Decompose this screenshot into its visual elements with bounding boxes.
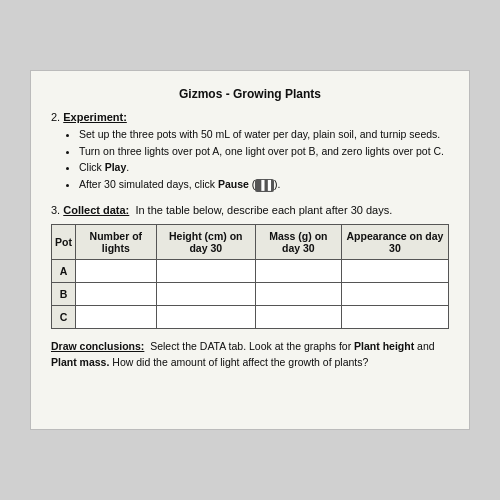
col-pot: Pot	[52, 225, 76, 260]
pot-a-label: A	[52, 260, 76, 283]
col-appearance: Appearance on day 30	[341, 225, 448, 260]
col-height: Height (cm) on day 30	[156, 225, 255, 260]
pot-c-height[interactable]	[156, 306, 255, 329]
pot-a-appearance[interactable]	[341, 260, 448, 283]
pot-c-mass[interactable]	[255, 306, 341, 329]
collect-label: 3. Collect data: In the table below, des…	[51, 204, 392, 216]
pause-icon: ▐▐	[255, 179, 274, 192]
table-row: B	[52, 283, 449, 306]
pot-c-label: C	[52, 306, 76, 329]
bullet-4: After 30 simulated days, click Pause (▐▐…	[79, 177, 449, 192]
pot-a-mass[interactable]	[255, 260, 341, 283]
draw-section: Draw conclusions: Select the DATA tab. L…	[51, 339, 449, 371]
page: Gizmos - Growing Plants 2. Experiment: S…	[30, 70, 470, 430]
experiment-bullets: Set up the three pots with 50 mL of wate…	[51, 127, 449, 192]
pot-c-lights[interactable]	[75, 306, 156, 329]
pot-a-lights[interactable]	[75, 260, 156, 283]
col-mass: Mass (g) on day 30	[255, 225, 341, 260]
pot-b-mass[interactable]	[255, 283, 341, 306]
pot-b-label: B	[52, 283, 76, 306]
pot-b-appearance[interactable]	[341, 283, 448, 306]
col-lights: Number of lights	[75, 225, 156, 260]
bullet-3: Click Play.	[79, 160, 449, 175]
pot-b-lights[interactable]	[75, 283, 156, 306]
data-table: Pot Number of lights Height (cm) on day …	[51, 224, 449, 329]
bullet-2: Turn on three lights over pot A, one lig…	[79, 144, 449, 159]
collect-section: 3. Collect data: In the table below, des…	[51, 202, 449, 330]
pot-c-appearance[interactable]	[341, 306, 448, 329]
draw-text: Draw conclusions: Select the DATA tab. L…	[51, 340, 435, 368]
experiment-label: Experiment:	[63, 111, 127, 123]
page-title: Gizmos - Growing Plants	[51, 87, 449, 101]
pot-b-height[interactable]	[156, 283, 255, 306]
pot-a-height[interactable]	[156, 260, 255, 283]
experiment-number: 2. Experiment:	[51, 111, 127, 123]
table-row: C	[52, 306, 449, 329]
experiment-section: 2. Experiment: Set up the three pots wit…	[51, 111, 449, 192]
bullet-1: Set up the three pots with 50 mL of wate…	[79, 127, 449, 142]
table-row: A	[52, 260, 449, 283]
